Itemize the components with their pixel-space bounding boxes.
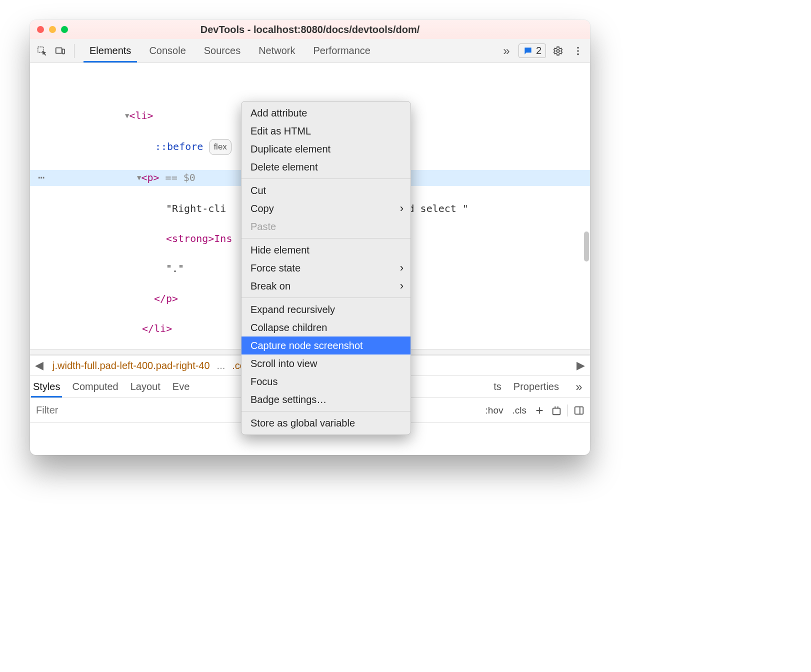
chevron-right-icon: › bbox=[400, 262, 404, 274]
ctx-expand-recursively[interactable]: Expand recursively bbox=[242, 300, 410, 318]
toggle-cls[interactable]: .cls bbox=[510, 403, 529, 418]
zoom-window-button[interactable] bbox=[61, 26, 68, 33]
subtab-breakpoints[interactable]: ts bbox=[494, 381, 502, 392]
chevron-right-icon: › bbox=[400, 202, 404, 215]
ctx-edit-as-html[interactable]: Edit as HTML bbox=[242, 122, 410, 140]
more-subtabs-icon[interactable]: » bbox=[571, 379, 587, 395]
window-title: DevTools - localhost:8080/docs/devtools/… bbox=[30, 24, 590, 36]
panel-tabs: Elements Console Sources Network Perform… bbox=[80, 39, 380, 62]
settings-gear-icon[interactable] bbox=[550, 43, 566, 59]
toolbar-separator bbox=[74, 44, 74, 58]
tab-sources[interactable]: Sources bbox=[195, 39, 250, 62]
close-window-button[interactable] bbox=[37, 26, 44, 33]
ctx-delete-element[interactable]: Delete element bbox=[242, 158, 410, 176]
context-menu: Add attribute Edit as HTML Duplicate ele… bbox=[241, 101, 411, 435]
subtab-computed[interactable]: Computed bbox=[72, 381, 118, 392]
svg-rect-1 bbox=[56, 48, 62, 53]
subtab-properties[interactable]: Properties bbox=[514, 381, 559, 392]
tab-console[interactable]: Console bbox=[140, 39, 194, 62]
toolbar-right: » 2 bbox=[498, 43, 586, 59]
ctx-duplicate-element[interactable]: Duplicate element bbox=[242, 140, 410, 158]
svg-point-4 bbox=[577, 46, 579, 48]
breadcrumb-scroll-left-icon[interactable]: ◀ bbox=[33, 359, 46, 372]
tab-performance[interactable]: Performance bbox=[304, 39, 380, 62]
ctx-force-state[interactable]: Force state› bbox=[242, 259, 410, 277]
more-tabs-icon[interactable]: » bbox=[498, 43, 514, 59]
ctx-add-attribute[interactable]: Add attribute bbox=[242, 104, 410, 122]
ctx-hide-element[interactable]: Hide element bbox=[242, 241, 410, 259]
traffic-lights bbox=[37, 26, 68, 33]
ctx-collapse-children[interactable]: Collapse children bbox=[242, 318, 410, 336]
subtab-layout[interactable]: Layout bbox=[130, 381, 160, 392]
ctx-capture-node-screenshot[interactable]: Capture node screenshot bbox=[242, 336, 410, 354]
vertical-scrollbar-thumb[interactable] bbox=[584, 232, 589, 262]
computed-styles-icon[interactable] bbox=[550, 404, 562, 416]
kebab-menu-icon[interactable] bbox=[570, 43, 586, 59]
ctx-scroll-into-view[interactable]: Scroll into view bbox=[242, 354, 410, 372]
tab-elements[interactable]: Elements bbox=[80, 39, 140, 62]
svg-point-6 bbox=[577, 53, 579, 55]
ctx-badge-settings[interactable]: Badge settings… bbox=[242, 390, 410, 408]
ctx-break-on[interactable]: Break on› bbox=[242, 277, 410, 295]
breadcrumb-scroll-right-icon[interactable]: ▶ bbox=[574, 359, 587, 372]
svg-rect-2 bbox=[62, 49, 65, 54]
toolbar: Elements Console Sources Network Perform… bbox=[30, 39, 590, 63]
svg-rect-8 bbox=[575, 406, 584, 414]
device-mode-icon[interactable] bbox=[52, 43, 68, 59]
ctx-paste: Paste bbox=[242, 218, 410, 236]
ctx-store-as-global[interactable]: Store as global variable bbox=[242, 414, 410, 432]
titlebar: DevTools - localhost:8080/docs/devtools/… bbox=[30, 20, 590, 39]
minimize-window-button[interactable] bbox=[49, 26, 56, 33]
ctx-cut[interactable]: Cut bbox=[242, 182, 410, 200]
svg-point-3 bbox=[556, 50, 560, 52]
ctx-copy[interactable]: Copy› bbox=[242, 200, 410, 218]
filter-separator bbox=[568, 404, 568, 416]
subtab-styles[interactable]: Styles bbox=[33, 381, 60, 392]
issues-counter[interactable]: 2 bbox=[518, 44, 546, 58]
toggle-hov[interactable]: :hov bbox=[484, 403, 506, 418]
devtools-window: DevTools - localhost:8080/docs/devtools/… bbox=[30, 20, 590, 455]
breadcrumb-item[interactable]: j.width-full.pad-left-400.pad-right-40 bbox=[48, 358, 214, 374]
toggle-sidebar-icon[interactable] bbox=[573, 404, 585, 416]
svg-rect-7 bbox=[553, 408, 560, 414]
chevron-right-icon: › bbox=[400, 280, 404, 292]
issues-count: 2 bbox=[536, 45, 542, 56]
new-style-rule-icon[interactable] bbox=[534, 404, 546, 416]
svg-point-5 bbox=[577, 50, 579, 52]
subtab-event-listeners[interactable]: Eve bbox=[172, 381, 190, 392]
ctx-focus[interactable]: Focus bbox=[242, 372, 410, 390]
tab-network[interactable]: Network bbox=[250, 39, 304, 62]
inspect-element-icon[interactable] bbox=[34, 43, 50, 59]
